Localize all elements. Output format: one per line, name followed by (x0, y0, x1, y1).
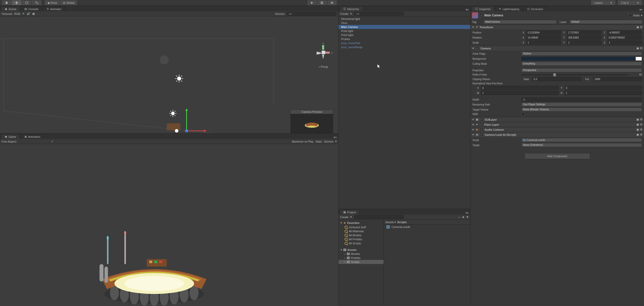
project-tree-item[interactable]: All Prefabs (338, 237, 384, 241)
flarelayer-enabled[interactable] (480, 123, 483, 126)
help-icon[interactable]: ▣ (636, 25, 639, 29)
scene-search[interactable] (286, 12, 337, 16)
audiolistener-header[interactable]: ▼ ◉ Audio Listener ▣⚙ (470, 127, 644, 132)
project-panel-options[interactable]: ▾≡ (466, 211, 470, 215)
culling-mask-field[interactable]: Everything (521, 62, 642, 66)
scene-audio-toggle[interactable]: 🔊 (27, 12, 30, 15)
tab-game[interactable]: ◉Game (1, 134, 20, 139)
rotation-y[interactable] (567, 36, 601, 40)
viewport-h[interactable] (565, 91, 642, 95)
layout-dropdown[interactable]: 2 by 3▾ (617, 0, 642, 6)
gear-icon[interactable]: ⚙ (640, 133, 642, 136)
tab-scene[interactable]: ◉Scene (1, 6, 20, 11)
guilayer-enabled[interactable] (480, 118, 483, 121)
tag-field[interactable]: MainCamera (484, 20, 557, 24)
hierarchy-create[interactable]: Create (340, 12, 348, 15)
layers-dropdown[interactable]: Layers▾ (591, 0, 616, 6)
scene-light-toggle[interactable]: ☀ (22, 12, 25, 15)
gear-icon[interactable]: ⚙ (640, 118, 642, 121)
hierarchy-item[interactable]: prop_hoverPad (338, 41, 470, 45)
gear-icon[interactable]: ⚙ (640, 128, 642, 131)
game-panel-options[interactable]: ▾≡ (334, 136, 338, 139)
project-asset[interactable]: CameraLookAt (384, 225, 470, 229)
gear-icon[interactable]: ⚙ (640, 25, 642, 29)
fov-slider[interactable] (521, 74, 628, 75)
position-z[interactable] (607, 30, 642, 35)
target-texture-field[interactable]: None (Render Texture) (521, 108, 642, 112)
project-tree-item[interactable]: ▼Assets (338, 248, 384, 252)
gameobject-name[interactable] (484, 14, 627, 17)
near-field[interactable] (532, 77, 581, 81)
hierarchy-search[interactable] (354, 12, 404, 16)
help-icon[interactable]: ▣ (636, 128, 639, 131)
flarelayer-header[interactable]: ▼ ✦ Flare Layer ▣⚙ (470, 122, 644, 127)
project-search[interactable] (354, 215, 404, 219)
depth-field[interactable] (521, 97, 642, 101)
scale-y[interactable] (567, 41, 601, 45)
breadcrumb-current[interactable]: Scripts (397, 221, 406, 224)
project-tree-item[interactable]: All Models (338, 233, 384, 237)
hdr-checkbox[interactable] (521, 113, 525, 116)
scale-x[interactable] (526, 41, 561, 45)
fov-value[interactable]: 60 (629, 73, 642, 76)
scale-tool[interactable] (32, 0, 42, 6)
hierarchy-item[interactable]: Point light (338, 33, 470, 37)
hand-tool[interactable] (2, 0, 12, 6)
hierarchy-item[interactable]: Main Camera (338, 25, 470, 29)
maximize-toggle[interactable]: Maximize on Play (292, 140, 314, 143)
tab-inspector[interactable]: ⓘInspector (471, 6, 494, 11)
tab-console[interactable]: ▤Console (21, 6, 42, 11)
rendering-path-field[interactable]: Use Player Settings (521, 103, 642, 107)
game-gizmos-dropdown[interactable]: Gizmos (324, 140, 333, 143)
hierarchy-panel-options[interactable]: ▾≡ (466, 8, 470, 11)
guilayer-header[interactable]: ▼ ▦ GUILayer ▣⚙ (470, 117, 644, 122)
tab-hierarchy[interactable]: ☰Hierarchy (340, 6, 363, 11)
viewport-x[interactable] (481, 86, 559, 90)
project-tree-item[interactable]: All Scripts (338, 241, 384, 245)
stats-toggle[interactable]: Stats (316, 140, 322, 143)
clear-flags-field[interactable]: Skybox (521, 52, 642, 56)
inspector-panel-options[interactable]: ▾≡ (639, 8, 644, 11)
static-dropdown[interactable]: ▾ (641, 14, 642, 17)
project-tree-item[interactable]: All Materials (338, 229, 384, 233)
cameralookat-enabled[interactable] (480, 133, 483, 136)
scene-viewport[interactable]: y x ◁Persp Camera Preview (0, 16, 338, 133)
hierarchy-item[interactable]: prop_samoflange (338, 45, 470, 49)
aspect-dropdown[interactable]: Free Aspect (2, 140, 16, 143)
audiolistener-enabled[interactable] (480, 128, 483, 131)
projection-field[interactable]: Perspective (521, 68, 642, 72)
add-component-button[interactable]: Add Component (525, 153, 590, 159)
camera-header[interactable]: ▼ Camera ▣⚙ (470, 46, 644, 51)
step-button[interactable] (327, 0, 337, 6)
pivot-toggle[interactable]: ◆Pivot (44, 0, 60, 6)
hierarchy-item[interactable]: Probes (338, 37, 470, 41)
gear-icon[interactable]: ⚙ (640, 47, 642, 50)
gizmos-dropdown[interactable]: Gizmos (275, 12, 284, 15)
project-filter-2[interactable]: ◈ (462, 215, 464, 219)
orientation-gizmo[interactable]: y x ◁Persp (313, 42, 333, 62)
camera-enabled[interactable] (476, 47, 479, 50)
script-field[interactable]: CameraLookAt (521, 138, 642, 142)
gameobject-icon[interactable] (472, 12, 478, 18)
viewport-y[interactable] (565, 86, 642, 90)
hierarchy-item[interactable]: Floor (338, 21, 470, 25)
shading-mode[interactable]: Textured (2, 12, 12, 15)
hierarchy-item[interactable]: Directional light (338, 17, 470, 21)
far-field[interactable] (593, 77, 642, 81)
scale-z[interactable] (607, 41, 642, 45)
tab-occlusion[interactable]: ◫Occlusion (523, 6, 547, 11)
background-color[interactable] (521, 57, 642, 61)
transform-header[interactable]: ▼ ⤧ Transform ▣⚙ (470, 25, 644, 29)
project-tree-item[interactable]: ▼★Favorites (338, 221, 384, 225)
help-icon[interactable]: ▣ (636, 133, 639, 136)
project-tree-item[interactable]: ▸Prefabs (338, 256, 384, 260)
project-filter-1[interactable]: ⟐ (458, 216, 460, 219)
tab-animator[interactable]: ⚞Animator (43, 6, 65, 11)
project-tree-item[interactable]: ▸Models (338, 252, 384, 256)
render-mode[interactable]: RGB (14, 12, 20, 15)
help-icon[interactable]: ▣ (636, 47, 639, 50)
scene-fx-toggle[interactable]: ▦ (32, 12, 35, 15)
project-tree-item[interactable]: Junkyard stuff (338, 225, 384, 229)
game-viewport[interactable] (0, 144, 338, 306)
rotation-z[interactable] (607, 36, 642, 40)
